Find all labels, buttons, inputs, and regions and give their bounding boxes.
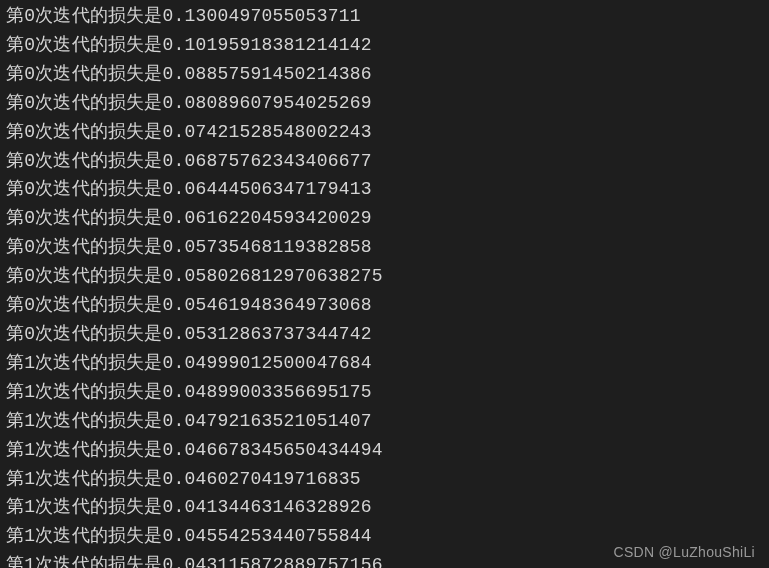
console-output: 第0次迭代的损失是0.1300497055053711第0次迭代的损失是0.10… <box>6 2 763 568</box>
log-line: 第1次迭代的损失是0.04134463146328926 <box>6 493 763 522</box>
log-line: 第0次迭代的损失是0.058026812970638275 <box>6 262 763 291</box>
log-line: 第0次迭代的损失是0.06444506347179413 <box>6 175 763 204</box>
log-line: 第0次迭代的损失是0.10195918381214142 <box>6 31 763 60</box>
log-line: 第0次迭代的损失是0.1300497055053711 <box>6 2 763 31</box>
log-line: 第0次迭代的损失是0.05461948364973068 <box>6 291 763 320</box>
log-line: 第1次迭代的损失是0.0460270419716835 <box>6 465 763 494</box>
log-line: 第0次迭代的损失是0.08089607954025269 <box>6 89 763 118</box>
log-line: 第1次迭代的损失是0.04899003356695175 <box>6 378 763 407</box>
log-line: 第0次迭代的损失是0.08857591450214386 <box>6 60 763 89</box>
log-line: 第1次迭代的损失是0.04999012500047684 <box>6 349 763 378</box>
watermark-text: CSDN @LuZhouShiLi <box>614 544 755 560</box>
log-line: 第0次迭代的损失是0.06162204593420029 <box>6 204 763 233</box>
log-line: 第0次迭代的损失是0.06875762343406677 <box>6 147 763 176</box>
log-line: 第0次迭代的损失是0.05312863737344742 <box>6 320 763 349</box>
log-line: 第0次迭代的损失是0.05735468119382858 <box>6 233 763 262</box>
log-line: 第1次迭代的损失是0.04792163521051407 <box>6 407 763 436</box>
log-line: 第0次迭代的损失是0.07421528548002243 <box>6 118 763 147</box>
log-line: 第1次迭代的损失是0.046678345650434494 <box>6 436 763 465</box>
